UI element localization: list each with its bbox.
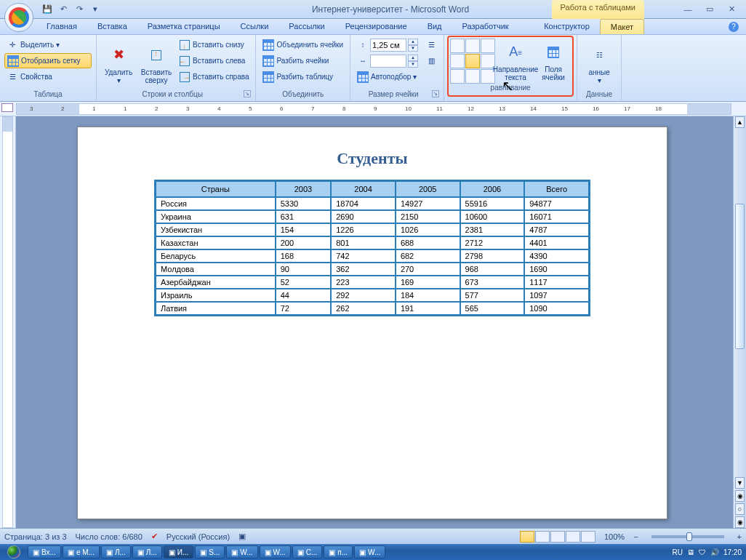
table-cell[interactable]: Израиль	[156, 289, 276, 302]
dialog-launcher[interactable]: ↘	[432, 90, 439, 97]
align-top-left[interactable]	[450, 39, 465, 53]
students-table[interactable]: Страны 2003 2004 2005 2006 Всего Россия5…	[154, 180, 590, 316]
taskbar-item[interactable]: ▣И...	[164, 545, 194, 559]
table-cell[interactable]: Азербайджан	[156, 276, 276, 289]
table-cell[interactable]: 631	[276, 210, 332, 223]
tab-design[interactable]: Конструктор	[534, 19, 600, 34]
table-cell[interactable]: Казахстан	[156, 236, 276, 249]
scroll-up-button[interactable]: ▲	[735, 116, 745, 128]
table-cell[interactable]: 2150	[396, 210, 460, 223]
table-cell[interactable]: 682	[396, 249, 460, 263]
status-wordcount[interactable]: Число слов: 6/680	[76, 532, 143, 541]
qat-customize-icon[interactable]: ▾	[89, 3, 102, 16]
office-button[interactable]	[4, 3, 33, 32]
distribute-cols-button[interactable]: ▥	[423, 53, 439, 68]
table-cell[interactable]: 4390	[524, 249, 589, 263]
macro-icon[interactable]: ▣	[238, 532, 246, 541]
minimize-button[interactable]: —	[679, 4, 697, 15]
table-cell[interactable]: 94877	[524, 197, 589, 210]
align-mid-left[interactable]	[450, 54, 465, 68]
vertical-scrollbar[interactable]: ▲ ▼ ◉ ○ ◉	[733, 116, 746, 528]
table-cell[interactable]: 72	[276, 302, 332, 315]
row-height-input[interactable]	[370, 39, 406, 52]
table-cell[interactable]: Беларусь	[156, 249, 276, 263]
table-cell[interactable]: 184	[396, 289, 460, 302]
table-cell[interactable]: 565	[460, 302, 525, 315]
table-cell[interactable]: 1090	[524, 302, 589, 315]
table-row[interactable]: Молдова903622709681690	[156, 263, 589, 276]
table-cell[interactable]: 1026	[396, 223, 460, 236]
table-row[interactable]: Беларусь16874268227984390	[156, 249, 589, 263]
table-cell[interactable]: 18704	[331, 197, 396, 210]
ruler-horizontal[interactable]: 321123456789101112131415161718	[0, 102, 746, 116]
select-button[interactable]: ✛Выделить ▾	[4, 37, 92, 52]
browse-object-button[interactable]: ○	[735, 503, 745, 515]
merge-cells-button[interactable]: Объединить ячейки	[260, 37, 345, 52]
view-gridlines-button[interactable]: Отобразить сетку	[4, 53, 92, 68]
save-icon[interactable]: 💾	[41, 3, 54, 16]
table-cell[interactable]: 968	[460, 263, 525, 276]
prev-page-button[interactable]: ◉	[735, 490, 745, 502]
table-cell[interactable]: 90	[276, 263, 332, 276]
taskbar-item[interactable]: ▣W...	[354, 545, 385, 559]
tab-insert[interactable]: Вставка	[87, 19, 137, 34]
table-row[interactable]: Украина631269021501060016071	[156, 210, 589, 223]
table-cell[interactable]: 262	[331, 302, 396, 315]
table-cell[interactable]: 2798	[460, 249, 525, 263]
row-height-field[interactable]: ↕ ▲▼	[355, 37, 420, 52]
next-page-button[interactable]: ◉	[735, 516, 745, 528]
tab-view[interactable]: Вид	[417, 19, 452, 34]
spin-up[interactable]: ▲	[408, 55, 418, 61]
maximize-button[interactable]: ▭	[701, 4, 718, 15]
table-cell[interactable]: 362	[331, 263, 396, 276]
table-cell[interactable]: Узбекистан	[156, 223, 276, 236]
table-row[interactable]: Казахстан20080168827124401	[156, 236, 589, 249]
insert-left-button[interactable]: Вставить слева	[177, 53, 251, 68]
zoom-level[interactable]: 100%	[604, 532, 625, 541]
properties-button[interactable]: ☰Свойства	[4, 69, 92, 84]
zoom-slider-knob[interactable]	[686, 532, 692, 541]
scroll-thumb[interactable]	[735, 204, 745, 349]
view-outline[interactable]	[566, 531, 580, 543]
scroll-down-button[interactable]: ▼	[735, 477, 745, 489]
tray-shield-icon[interactable]: 🛡	[699, 548, 706, 556]
align-bot-center[interactable]	[465, 69, 480, 84]
tray-network-icon[interactable]: 🖥	[687, 548, 694, 556]
taskbar-item[interactable]: ▣S...	[195, 545, 225, 559]
col-width-field[interactable]: ↔ ▲▼	[355, 53, 420, 68]
table-cell[interactable]: 4787	[524, 223, 589, 236]
tab-developer[interactable]: Разработчик	[452, 19, 519, 34]
table-cell[interactable]: 742	[331, 249, 396, 263]
zoom-in-button[interactable]: +	[737, 532, 742, 541]
table-cell[interactable]: 44	[276, 289, 332, 302]
view-full-screen[interactable]	[535, 531, 550, 543]
taskbar-item[interactable]: ▣e M...	[63, 545, 100, 559]
align-mid-center[interactable]	[465, 54, 480, 68]
split-cells-button[interactable]: Разбить ячейки	[260, 53, 345, 68]
zoom-slider[interactable]	[651, 535, 724, 538]
table-cell[interactable]: 200	[276, 236, 332, 249]
tray-lang[interactable]: RU	[673, 548, 683, 556]
table-cell[interactable]: 1226	[331, 223, 396, 236]
table-cell[interactable]: 5330	[276, 197, 332, 210]
insert-above-button[interactable]: Вставить сверху	[139, 37, 174, 90]
table-cell[interactable]: 1690	[524, 263, 589, 276]
tab-home[interactable]: Главная	[36, 19, 87, 34]
insert-below-button[interactable]: Вставить снизу	[177, 37, 251, 52]
delete-button[interactable]: ✖ Удалить▾	[101, 37, 136, 90]
align-top-center[interactable]	[465, 39, 480, 53]
table-cell[interactable]: 673	[460, 276, 525, 289]
table-cell[interactable]: 4401	[524, 236, 589, 249]
split-table-button[interactable]: Разбить таблицу	[260, 69, 345, 84]
taskbar-item[interactable]: ▣Л...	[101, 545, 131, 559]
table-cell[interactable]: 1117	[524, 276, 589, 289]
tab-review[interactable]: Рецензирование	[335, 19, 417, 34]
taskbar-item[interactable]: ▣W...	[260, 545, 291, 559]
tab-pagelayout[interactable]: Разметка страницы	[137, 19, 230, 34]
table-cell[interactable]: 14927	[396, 197, 460, 210]
table-row[interactable]: Азербайджан522231696731117	[156, 276, 589, 289]
view-print-layout[interactable]	[520, 531, 534, 543]
text-direction-button[interactable]: A≡ Направление текста	[498, 39, 533, 84]
table-row[interactable]: Россия533018704149275591694877	[156, 197, 589, 210]
table-cell[interactable]: 16071	[524, 210, 589, 223]
